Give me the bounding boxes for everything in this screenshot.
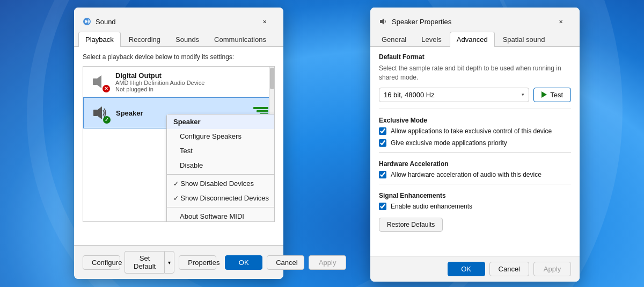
tab-sounds[interactable]: Sounds [169,32,206,47]
svg-rect-4 [93,110,98,116]
sound-cancel-button[interactable]: Cancel [267,255,304,270]
device-digital-output[interactable]: ✕ Digital Output AMD High Definition Aud… [83,67,274,97]
speaker-dialog-title: Speaker Properties [392,18,548,26]
context-menu-header: Speaker [167,114,275,129]
svg-rect-2 [93,78,97,85]
ctx-divider-1 [167,174,275,175]
sound-close-button[interactable]: ✕ [252,13,277,30]
svg-marker-7 [382,18,384,25]
exclusive-control-label: Allow applications to take exclusive con… [391,127,552,135]
hardware-accel-text: Allow hardware acceleration of audio wit… [391,171,541,178]
sound-ok-button[interactable]: OK [225,255,262,270]
speaker-status-badge: ✓ [103,116,111,124]
tab-playback[interactable]: Playback [78,32,121,47]
svg-rect-6 [380,20,382,23]
tab-levels[interactable]: Levels [414,32,449,47]
set-default-group: Set Default ▾ [125,251,174,274]
sound-footer: Configure Set Default ▾ Properties OK Ca… [74,245,283,279]
exclusive-priority-label: Give exclusive mode applications priorit… [391,139,507,147]
ctx-test[interactable]: Test [167,144,275,158]
audio-enhancements-row: Enable audio enhancements [379,203,571,210]
context-menu: Speaker Configure Speakers Test Disable … [166,114,275,222]
play-icon [541,91,547,98]
signal-enhancements-label: Signal Enhancements [379,192,571,199]
digital-output-icon: ✕ [89,71,110,92]
exclusive-priority-checkbox[interactable] [379,139,386,147]
default-format-desc: Select the sample rate and bit depth to … [379,64,571,82]
sound-apply-button[interactable]: Apply [309,255,346,270]
exclusive-mode-label: Exclusive Mode [379,117,571,124]
sound-dialog: Sound ✕ Playback Recording Sounds Commun… [74,8,283,279]
speaker-close-button[interactable]: ✕ [548,13,573,30]
playback-instruction: Select a playback device below to modify… [83,53,275,61]
divider-3 [379,184,571,184]
sound-content: Select a playback device below to modify… [74,47,283,245]
speaker-footer: OK Cancel Apply [370,256,580,282]
sound-tabs: Playback Recording Sounds Communications [74,29,283,47]
digital-output-name: Digital Output [115,71,269,80]
speaker-title-bar: Speaker Properties ✕ [370,8,580,29]
tab-advanced[interactable]: Advanced [450,32,495,47]
sound-dialog-icon [83,17,91,26]
ctx-configure-speakers[interactable]: Configure Speakers [167,129,275,144]
configure-button[interactable]: Configure [83,255,120,270]
ctx-show-disconnected[interactable]: Show Disconnected Devices [167,191,275,205]
svg-marker-5 [98,106,102,119]
hardware-accel-checkbox[interactable] [379,171,386,178]
device-list[interactable]: ✕ Digital Output AMD High Definition Aud… [83,66,275,222]
hardware-accel-label: Hardware Acceleration [379,160,571,168]
restore-defaults-button[interactable]: Restore Defaults [379,218,443,232]
default-format-label: Default Format [379,53,571,61]
ctx-about-midi[interactable]: About Software MIDI Synthesiser [167,209,275,222]
tab-general[interactable]: General [375,32,413,47]
speaker-dialog-icon [379,17,387,26]
exclusive-control-row: Allow applications to take exclusive con… [379,127,571,135]
divider-1 [379,109,571,109]
speaker-content: Default Format Select the sample rate an… [370,47,580,256]
ctx-divider-2 [167,207,275,207]
ctx-show-disabled[interactable]: Show Disabled Devices [167,176,275,191]
tab-recording[interactable]: Recording [122,32,167,47]
ctx-disable[interactable]: Disable [167,158,275,173]
audio-enhancements-checkbox[interactable] [379,203,386,210]
properties-button[interactable]: Properties [179,255,216,270]
test-button[interactable]: Test [533,88,571,102]
set-default-arrow[interactable]: ▾ [164,251,174,274]
hardware-accel-row: Allow hardware acceleration of audio wit… [379,171,571,178]
vol-bar-1 [253,107,268,109]
sound-title-bar: Sound ✕ [74,8,283,29]
digital-output-sub: AMD High Definition Audio Device [115,80,269,86]
scrollbar-thumb [270,68,274,89]
speaker-ok-button[interactable]: OK [448,262,485,276]
format-select[interactable]: 16 bit, 48000 Hz ▾ [379,88,529,102]
speaker-tabs: General Levels Advanced Spatial sound [370,29,580,47]
speaker-icon-container: ✓ [89,102,111,124]
exclusive-priority-row: Give exclusive mode applications priorit… [379,139,571,147]
divider-2 [379,152,571,153]
digital-output-status: Not plugged in [115,86,269,92]
digital-output-info: Digital Output AMD High Definition Audio… [115,71,269,92]
tab-communications[interactable]: Communications [207,32,273,47]
speaker-title-controls: ✕ [548,13,573,30]
chevron-down-icon: ▾ [522,92,524,97]
audio-enhancements-label: Enable audio enhancements [391,203,472,210]
speaker-apply-button[interactable]: Apply [533,262,571,276]
tab-spatial-sound[interactable]: Spatial sound [496,32,552,47]
vol-bar-2 [257,110,268,112]
format-row: 16 bit, 48000 Hz ▾ Test [379,88,571,102]
digital-output-status-badge: ✕ [103,85,110,92]
sound-title-controls: ✕ [252,13,277,30]
format-value: 16 bit, 48000 Hz [384,91,435,99]
sound-dialog-title: Sound [96,18,252,26]
set-default-button[interactable]: Set Default [125,251,164,274]
exclusive-control-checkbox[interactable] [379,127,386,135]
speaker-cancel-button[interactable]: Cancel [489,262,529,276]
svg-marker-3 [97,75,101,88]
speaker-properties-dialog: Speaker Properties ✕ General Levels Adva… [370,8,580,282]
